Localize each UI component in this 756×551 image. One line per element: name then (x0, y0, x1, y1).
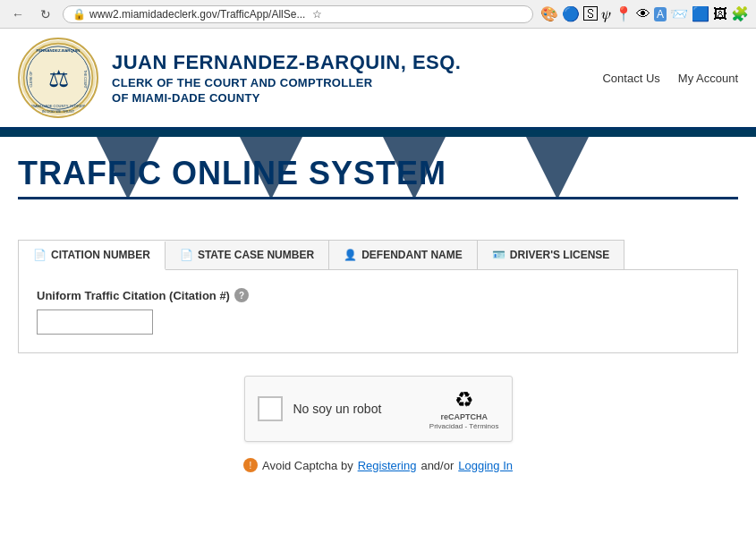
recaptcha-logo-area: ♻ reCAPTCHA Privacidad - Términos (429, 387, 499, 430)
recaptcha-checkbox[interactable] (258, 396, 283, 421)
url-bar[interactable]: 🔒 www2.miamidadeclerk.gov/TrafficApp/All… (63, 5, 533, 23)
drivers-license-tab-label: DRIVER'S LICENSE (510, 249, 610, 261)
page-heading: TRAFFIC ONLINE SYSTEM (18, 155, 738, 192)
tab-defendant-name[interactable]: 👤 DEFENDANT NAME (329, 241, 478, 269)
recaptcha-label: No soy un robot (293, 402, 419, 416)
traffic-heading-section: TRAFFIC ONLINE SYSTEM (0, 137, 756, 226)
my-account-link[interactable]: My Account (678, 72, 738, 85)
contact-us-link[interactable]: Contact Us (602, 72, 659, 85)
site-header: ⚖ FERNANDEZ-BARQUIN MIAMI-DADE COUNTY, F… (0, 29, 756, 130)
citation-label-text: Uniform Traffic Citation (Citation #) (37, 289, 230, 302)
svg-text:IN GOD WE TRUST: IN GOD WE TRUST (42, 109, 75, 114)
star-icon: ☆ (312, 8, 322, 21)
header-nav: Contact Us My Account (602, 72, 738, 85)
svg-text:FERNANDEZ-BARQUIN: FERNANDEZ-BARQUIN (36, 48, 80, 53)
svg-text:MIAMI-DADE COUNTY, FLORIDA: MIAMI-DADE COUNTY, FLORIDA (30, 104, 85, 108)
register-link[interactable]: Registering (358, 459, 417, 472)
reload-button[interactable]: ↻ (36, 5, 55, 23)
tabs-row: 📄 CITATION NUMBER 📄 STATE CASE NUMBER 👤 … (18, 240, 624, 269)
lock-icon: 🔒 (72, 8, 86, 21)
drivers-license-tab-icon: 🪪 (492, 249, 505, 261)
recaptcha-brand: reCAPTCHA (440, 412, 488, 421)
login-link[interactable]: Logging In (458, 459, 513, 472)
defendant-tab-label: DEFENDANT NAME (361, 249, 463, 261)
heading-underline (18, 197, 738, 199)
clerk-name: JUAN FERNANDEZ-BARQUIN, ESQ. (112, 51, 602, 74)
citation-input[interactable] (37, 309, 153, 335)
help-icon[interactable]: ? (234, 288, 249, 302)
header-title-block: JUAN FERNANDEZ-BARQUIN, ESQ. CLERK OF TH… (112, 51, 602, 105)
clerk-subtitle2: OF MIAMI-DADE COUNTY (112, 91, 602, 105)
svg-text:THE COURT: THE COURT (83, 70, 87, 89)
citation-form-label: Uniform Traffic Citation (Citation #) ? (37, 288, 719, 302)
recaptcha-wrapper: No soy un robot ♻ reCAPTCHA Privacidad -… (18, 376, 738, 442)
url-text: www2.miamidadeclerk.gov/TrafficApp/AllSe… (89, 8, 305, 21)
seal-logo: ⚖ FERNANDEZ-BARQUIN MIAMI-DADE COUNTY, F… (18, 38, 98, 118)
tab-drivers-license[interactable]: 🪪 DRIVER'S LICENSE (478, 241, 624, 269)
and-text: and/or (420, 459, 454, 472)
tab-state-case-number[interactable]: 📄 STATE CASE NUMBER (166, 241, 329, 269)
recaptcha-links: Privacidad - Términos (429, 422, 499, 430)
tabs-section: 📄 CITATION NUMBER 📄 STATE CASE NUMBER 👤 … (0, 226, 756, 269)
clerk-subtitle1: CLERK OF THE COURT AND COMPTROLLER (112, 76, 602, 89)
blue-banner (0, 130, 756, 137)
state-case-tab-label: STATE CASE NUMBER (198, 249, 314, 261)
back-button[interactable]: ← (7, 5, 29, 23)
browser-chrome: ← ↻ 🔒 www2.miamidadeclerk.gov/TrafficApp… (0, 0, 756, 29)
defendant-tab-icon: 👤 (344, 249, 357, 261)
citation-tab-icon: 📄 (33, 249, 47, 261)
form-section: Uniform Traffic Citation (Citation #) ? (18, 269, 738, 353)
svg-text:CLERK OF: CLERK OF (30, 71, 33, 88)
avoid-captcha-notice: ! Avoid Captcha by Registering and/or Lo… (0, 451, 756, 479)
avoid-captcha-text: Avoid Captcha by (262, 459, 353, 472)
info-circle-icon: ! (243, 458, 258, 472)
state-case-tab-icon: 📄 (180, 249, 193, 261)
privacy-link[interactable]: Privacidad (429, 422, 463, 430)
recaptcha-box: No soy un robot ♻ reCAPTCHA Privacidad -… (244, 376, 513, 442)
seal-svg: ⚖ FERNANDEZ-BARQUIN MIAMI-DADE COUNTY, F… (22, 42, 94, 114)
citation-tab-label: CITATION NUMBER (51, 249, 150, 261)
recaptcha-logo-icon: ♻ (454, 387, 474, 412)
terms-link[interactable]: Términos (469, 422, 498, 430)
svg-text:⚖: ⚖ (48, 66, 69, 91)
browser-toolbar-icons: 🎨 🔵 🅂 𝜓 📍 👁 A 📨 🟦 🖼 🧩 (540, 5, 749, 22)
tab-citation-number[interactable]: 📄 CITATION NUMBER (19, 242, 166, 270)
